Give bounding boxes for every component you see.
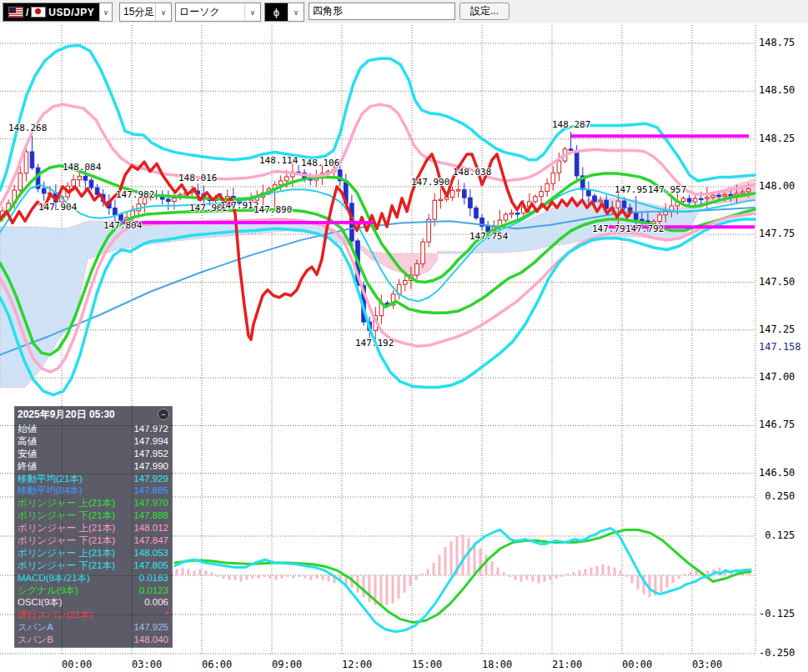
data-window-row: ボリンジャー 上(21本)147.970 bbox=[14, 497, 173, 509]
data-window-row: ボリンジャー 下(21本)147.847 bbox=[14, 534, 173, 547]
data-window-row-value: 147.990 bbox=[133, 460, 168, 473]
price-annotation: 147.990 bbox=[411, 177, 449, 188]
price-axis-label: 148.50 bbox=[759, 84, 807, 96]
time-axis-label: 12:00 bbox=[342, 659, 372, 670]
data-window-row-label: ボリンジャー 上(21本) bbox=[18, 497, 115, 509]
data-window-rows: 始値147.972高値147.994安値147.952終値147.990移動平均… bbox=[14, 423, 173, 646]
data-window-row-value: 0.0183 bbox=[139, 572, 168, 584]
time-axis-label: 21:00 bbox=[552, 659, 582, 670]
data-window-row-label: 終値 bbox=[18, 460, 37, 473]
data-window-row-value: 148.012 bbox=[133, 522, 168, 534]
data-window-row-label: シグナル(9本) bbox=[18, 584, 78, 597]
price-annotation: 148.287 bbox=[552, 119, 590, 130]
data-window-row: ボリンジャー 上(21本)148.012 bbox=[14, 522, 173, 534]
data-window-row-label: ボリンジャー 下(21本) bbox=[18, 509, 115, 522]
price-axis-label: 147.50 bbox=[759, 276, 807, 288]
price-annotation: 147.904 bbox=[38, 202, 77, 213]
macd-axis-label: -0.250 bbox=[759, 647, 807, 659]
data-window-row-label: 高値 bbox=[18, 435, 37, 448]
macd-axis-label: -0.125 bbox=[759, 608, 807, 619]
data-window-row: 移動平均(21本)147.929 bbox=[14, 473, 173, 485]
data-window-row: 遅行スパン(21本)* bbox=[14, 609, 173, 621]
data-window-row-label: 移動平均(21本) bbox=[18, 473, 83, 485]
data-window-row: 移動平均(84本)147.885 bbox=[14, 484, 173, 497]
data-window-time: 05:30 bbox=[89, 409, 115, 420]
data-window-row-label: MACD(9本/21本) bbox=[18, 572, 90, 584]
data-window-row-value: 148.053 bbox=[133, 547, 168, 559]
data-window-row: 高値147.994 bbox=[14, 435, 173, 448]
data-window-row: ボリンジャー 下(21本)147.805 bbox=[14, 559, 173, 572]
time-axis-label: 03:00 bbox=[692, 659, 722, 670]
price-axis-label: 146.75 bbox=[759, 419, 807, 430]
data-window-row-label: 移動平均(84本) bbox=[18, 484, 83, 497]
data-window-row-value: 147.994 bbox=[133, 435, 168, 448]
data-window-row-label: ボリンジャー 上(21本) bbox=[18, 522, 115, 534]
macd-panel-layer bbox=[175, 529, 750, 632]
data-window-row-label: ボリンジャー 下(21本) bbox=[18, 534, 115, 547]
data-window-row-value: 147.970 bbox=[133, 497, 168, 509]
price-axis-label: 148.25 bbox=[759, 133, 807, 144]
data-window-date: 2025年9月20日 bbox=[18, 409, 87, 420]
data-window-row-label: スパンA bbox=[18, 621, 53, 634]
price-annotation: 148.038 bbox=[453, 167, 491, 178]
time-axis-label: 00:00 bbox=[62, 659, 92, 670]
data-window-row-value: 147.885 bbox=[133, 484, 168, 497]
time-axis-label: 09:00 bbox=[272, 659, 302, 670]
price-axis-label: 147.25 bbox=[759, 323, 807, 335]
data-window-row-label: 安値 bbox=[18, 448, 37, 460]
data-window-row: ボリンジャー 上(21本)148.053 bbox=[14, 547, 173, 559]
price-annotation: 147.957 bbox=[648, 184, 686, 195]
price-annotation: 148.106 bbox=[301, 158, 339, 168]
data-window-header: 2025年9月20日 05:30 − bbox=[14, 406, 173, 423]
data-window-row: スパンA147.925 bbox=[14, 621, 173, 634]
data-window-row-value: 147.929 bbox=[133, 473, 168, 485]
current-price-axis-label: 147.158 bbox=[759, 341, 807, 353]
data-window-row-value: 147.847 bbox=[133, 534, 168, 547]
price-annotation: 147.890 bbox=[253, 204, 292, 215]
price-annotation: 147.982 bbox=[116, 189, 154, 200]
data-window-panel: 2025年9月20日 05:30 − 始値147.972高値147.994安値1… bbox=[14, 406, 173, 648]
data-window-row: 始値147.972 bbox=[14, 423, 173, 435]
price-axis-label: 148.75 bbox=[759, 37, 807, 48]
macd-axis-label: 0.250 bbox=[759, 490, 807, 502]
data-window-row-label: 始値 bbox=[18, 423, 37, 435]
data-window-row-label: 遅行スパン(21本) bbox=[18, 609, 93, 621]
data-window-row-value: 147.972 bbox=[133, 423, 168, 435]
price-annotation: 148.016 bbox=[178, 173, 217, 183]
data-window-row: MACD(9本/21本)0.0183 bbox=[14, 572, 173, 584]
price-annotation: 148.114 bbox=[259, 155, 298, 166]
price-annotation: 147.804 bbox=[103, 220, 142, 231]
price-axis-label: 148.00 bbox=[759, 180, 807, 192]
data-window-row: スパンB148.040 bbox=[14, 634, 173, 646]
data-window-row: シグナル(9本)0.0123 bbox=[14, 584, 173, 597]
app-window: / USD/JPY ∨ 15分足 ∨ ローソク ∨ ϕ ∨ 設定... 148.… bbox=[0, 0, 808, 672]
data-window-row-value: 147.805 bbox=[133, 559, 168, 572]
data-window-row-label: OSCI(9本) bbox=[18, 596, 63, 609]
time-axis-label: 00:00 bbox=[622, 659, 652, 670]
price-axis-label: 147.75 bbox=[759, 228, 807, 239]
data-window-row: ボリンジャー 下(21本)147.888 bbox=[14, 509, 173, 522]
data-window-row-value: * bbox=[165, 609, 168, 621]
price-annotation: 147.192 bbox=[355, 338, 394, 349]
macd-axis-label: 0.125 bbox=[759, 529, 807, 541]
data-window-row: OSCI(9本)0.006 bbox=[14, 596, 173, 609]
data-window-row-value: 0.0123 bbox=[139, 584, 168, 597]
time-axis-label: 15:00 bbox=[412, 659, 442, 670]
data-window-row-value: 147.952 bbox=[133, 448, 168, 460]
data-window-row-label: スパンB bbox=[18, 634, 53, 646]
price-axis-label: 147.00 bbox=[759, 371, 807, 383]
data-window-row: 安値147.952 bbox=[14, 448, 173, 460]
time-axis-label: 18:00 bbox=[482, 659, 512, 670]
price-annotation: 148.084 bbox=[63, 162, 101, 173]
data-window-row: 終値147.990 bbox=[14, 460, 173, 473]
price-annotation: 147.754 bbox=[469, 231, 508, 242]
data-window-row-value: 147.888 bbox=[133, 509, 168, 522]
minimize-button[interactable]: − bbox=[158, 409, 169, 420]
price-axis-label: 146.50 bbox=[759, 467, 807, 479]
data-window-row-value: 0.006 bbox=[144, 596, 168, 609]
data-window-row-label: ボリンジャー 上(21本) bbox=[18, 547, 115, 559]
data-window-row-value: 147.925 bbox=[133, 621, 168, 634]
price-annotation: 147.792 bbox=[625, 223, 664, 234]
price-annotation: 148.268 bbox=[8, 123, 47, 133]
time-axis-label: 06:00 bbox=[202, 659, 232, 670]
